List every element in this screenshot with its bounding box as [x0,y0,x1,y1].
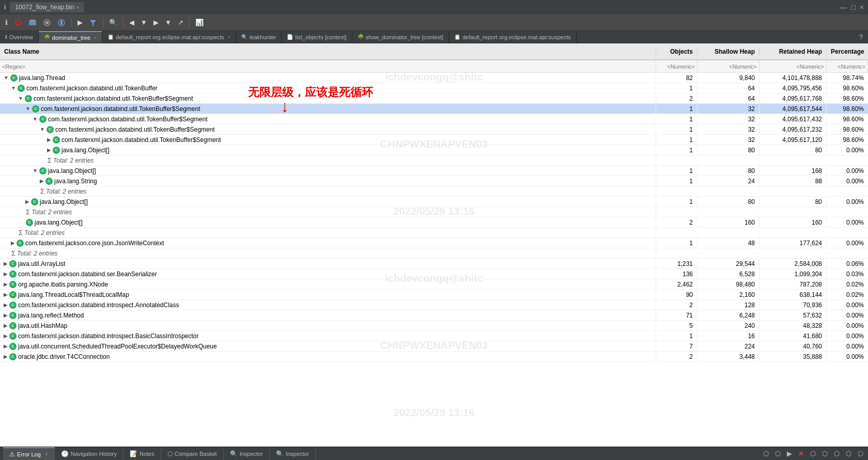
status-btn-close[interactable]: ✕ [797,449,805,458]
table-row[interactable]: ▶Ccom.fasterxml.jackson.databind.introsp… [0,331,868,341]
filter-retained[interactable] [760,60,827,72]
table-row[interactable]: ▶Cjava.util.concurrent.ScheduledThreadPo… [0,341,868,352]
error-log-close[interactable]: × [45,451,48,457]
expand-arrow[interactable]: ▶ [4,343,8,349]
status-btn-7[interactable]: ⬡ [844,449,853,458]
title-tab-close[interactable]: × [76,5,79,10]
table-body[interactable]: ▼Cjava.lang.Thread829,8404,101,478,88898… [0,73,868,447]
expand-arrow[interactable]: ▼ [25,106,30,112]
filter-pct[interactable] [827,60,868,72]
expand-arrow[interactable]: ▼ [40,126,45,132]
tab-dominator-tree[interactable]: 🌳 dominator_tree × [39,31,102,43]
run-toolbar-btn[interactable]: ▶ [75,18,85,27]
expand-arrow[interactable]: ▼ [11,85,16,91]
tab-default-report-1[interactable]: 📋 default_report org.eclipse.mat.api:sus… [102,31,236,43]
tab-list-objects[interactable]: 📄 list_objects [context] [282,31,352,43]
table-row[interactable]: ▼Ccom.fasterxml.jackson.databind.util.To… [0,114,868,124]
expand-arrow[interactable]: ▼ [33,116,38,122]
dropdown2-toolbar-btn[interactable]: ▼ [163,18,174,27]
dropdown1-toolbar-btn[interactable]: ▼ [138,18,149,27]
table-row[interactable]: ▶Coracle.jdbc.driver.T4CConnection23,448… [0,352,868,362]
status-btn-5[interactable]: ⬡ [820,449,829,458]
table-row[interactable]: Cjava.lang.Object[]21601600.00% [0,217,868,228]
table-row[interactable]: ▼Ccom.fasterxml.jackson.databind.util.To… [0,104,868,114]
status-btn-1[interactable]: ⬡ [762,449,770,458]
tab-dominator-close[interactable]: × [94,35,97,40]
expand-arrow[interactable]: ▶ [47,137,51,142]
table-row[interactable]: ▶Cjava.util.ArrayList1,23129,5442,584,00… [0,259,868,269]
status-tab-inspector-2[interactable]: 🔍 Inspector [270,447,316,460]
filter-toolbar-btn[interactable] [87,18,99,28]
table-row[interactable]: ▶Ccom.fasterxml.jackson.databind.util.To… [0,135,868,145]
tab-leakhunter[interactable]: 🔍 leakhunter [236,31,282,43]
filter-shallow[interactable] [698,60,760,72]
maximize-button[interactable]: □ [851,3,855,11]
table-row[interactable]: Σ Total: 2 entries [0,228,868,238]
table-row[interactable]: ▶Cjava.util.HashMap524048,3280.00% [0,321,868,331]
filter-objects-input[interactable] [658,64,695,70]
table-row[interactable]: ▶Ccom.fasterxml.jackson.databind.ser.Bea… [0,269,868,279]
tab-report1-close[interactable]: × [228,35,230,40]
expand-arrow[interactable]: ▶ [4,312,8,318]
table-row[interactable]: Σ Total: 2 entries [0,186,868,197]
table-row[interactable]: ▼Cjava.lang.Object[]1801680.00% [0,166,868,176]
help-icon[interactable]: ? [854,31,868,43]
chart-toolbar-btn[interactable]: 📊 [193,18,206,27]
table-row[interactable]: ▶Cjava.lang.reflect.Method716,24857,6320… [0,310,868,321]
close-button[interactable]: × [860,3,864,11]
tab-show-dominator[interactable]: 🌳 show_dominator_tree [context] [352,31,449,43]
expand-arrow[interactable]: ▼ [33,168,38,173]
status-btn-8[interactable]: ⬡ [856,449,865,458]
expand-arrow[interactable]: ▼ [4,75,9,81]
table-row[interactable]: ▶Ccom.fasterxml.jackson.core.json.JsonWr… [0,238,868,248]
debug-toolbar-btn[interactable]: 🐞 [12,18,24,27]
table-row[interactable]: ▼Ccom.fasterxml.jackson.databind.util.To… [0,93,868,104]
expand-arrow[interactable]: ▶ [11,240,15,246]
title-tab[interactable]: 10072_flow_heap.bin × [10,2,84,12]
status-tab-compare-basket[interactable]: ⬡ Compare Basket [161,447,224,460]
status-btn-6[interactable]: ⬡ [832,449,841,458]
table-row[interactable]: Σ Total: 2 entries [0,248,868,259]
expand-arrow[interactable]: ▶ [4,354,8,359]
table-row[interactable]: ▶Ccom.fasterxml.jackson.databind.introsp… [0,300,868,310]
status-tab-error-log[interactable]: ⚠ Error Log × [3,447,55,460]
status-btn-4[interactable]: ⬡ [809,449,817,458]
export-toolbar-btn[interactable]: ↗ [176,18,185,27]
expand-arrow[interactable]: ▶ [4,333,8,339]
expand-arrow[interactable]: ▼ [18,96,23,101]
table-row[interactable]: ▶Cjava.lang.ThreadLocal$ThreadLocalMap90… [0,290,868,300]
search-toolbar-btn[interactable]: 🔍 [107,18,119,27]
heap3-toolbar-btn[interactable] [55,18,68,28]
expand-arrow[interactable]: ▶ [4,271,8,277]
filter-classname-input[interactable] [2,64,654,70]
expand-arrow[interactable]: ▶ [4,302,8,308]
tab-default-report-2[interactable]: 📋 default_report org.eclipse.mat.api:sus… [449,31,577,43]
tab-overview[interactable]: ℹ Overview [0,31,39,43]
expand-arrow[interactable]: ▶ [25,199,29,204]
heap2-toolbar-btn[interactable] [41,18,53,28]
table-row[interactable]: Σ Total: 2 entries [0,207,868,217]
status-tab-inspector-1[interactable]: 🔍 Inspector [224,447,270,460]
next-toolbar-btn[interactable]: ▶ [151,18,161,27]
expand-arrow[interactable]: ▶ [4,261,8,266]
table-row[interactable]: ▼Ccom.fasterxml.jackson.databind.util.To… [0,124,868,135]
expand-arrow[interactable]: ▶ [40,178,44,184]
expand-arrow[interactable]: ▶ [4,323,8,328]
status-btn-2[interactable]: ⬡ [773,449,782,458]
minimize-button[interactable]: — [840,3,847,11]
table-row[interactable]: ▶Cjava.lang.Object[]180800.00% [0,145,868,155]
status-tab-notes[interactable]: 📝 Notes [123,447,161,460]
status-tab-nav-history[interactable]: 🕐 Navigation History [55,447,123,460]
filter-classname[interactable] [0,60,656,72]
filter-retained-input[interactable] [762,64,824,70]
table-row[interactable]: Σ Total: 2 entries [0,155,868,166]
heap1-toolbar-btn[interactable] [26,18,39,28]
table-row[interactable]: ▼Ccom.fasterxml.jackson.databind.util.To… [0,83,868,93]
prev-toolbar-btn[interactable]: ◀ [127,18,136,27]
table-row[interactable]: ▶Cjava.lang.String124880.00% [0,176,868,186]
filter-shallow-input[interactable] [700,64,757,70]
table-row[interactable]: ▶Cjava.lang.Object[]180800.00% [0,197,868,207]
expand-arrow[interactable]: ▶ [4,281,8,287]
table-row[interactable]: ▼Cjava.lang.Thread829,8404,101,478,88898… [0,73,868,83]
expand-arrow[interactable]: ▶ [47,147,51,153]
